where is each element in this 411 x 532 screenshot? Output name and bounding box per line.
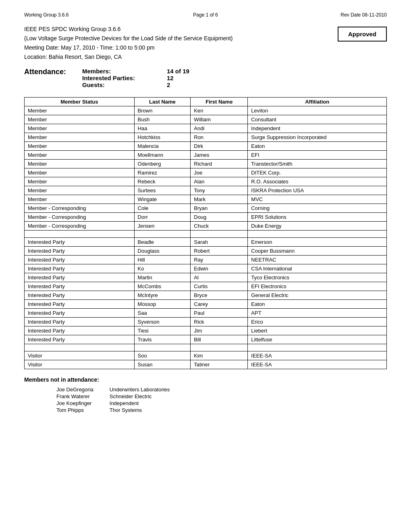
absent-name: Joe Koepfinger: [56, 400, 110, 407]
table-cell: Interested Party: [25, 291, 135, 300]
table-cell: APT: [248, 309, 387, 318]
absent-name: Tom Phipps: [56, 407, 110, 414]
doc-title-line2: (Low Voltage Surge Protective Devices fo…: [24, 34, 387, 43]
table-cell: Member: [25, 133, 135, 142]
table-row: Interested PartyTiesiJimLiebert: [25, 326, 387, 335]
absent-row: Tom PhippsThor Systems: [56, 407, 186, 414]
table-cell: Chuck: [191, 222, 248, 231]
table-cell: [25, 231, 135, 238]
table-cell: Leviton: [248, 106, 387, 115]
approved-box: Approved: [338, 27, 387, 42]
table-row: Interested PartyMartinAlTyco Electronics: [25, 273, 387, 282]
table-cell: Emerson: [248, 238, 387, 247]
table-cell: [248, 231, 387, 238]
table-cell: Visitor: [25, 351, 135, 360]
table-cell: Eaton: [248, 300, 387, 309]
table-cell: McCombs: [134, 282, 191, 291]
table-cell: Travis: [134, 335, 191, 344]
table-row: Interested PartyHillRayNEETRAC: [25, 256, 387, 264]
table-cell: Member: [25, 177, 135, 186]
table-cell: Rick: [191, 318, 248, 326]
table-cell: IEEE-SA: [248, 351, 387, 360]
table-cell: EFI: [248, 151, 387, 160]
attendance-table: Member Status Last Name First Name Affil…: [24, 97, 387, 369]
guests-row: Guests: 2: [82, 81, 189, 88]
table-cell: Interested Party: [25, 264, 135, 273]
table-row: Interested PartyMossopCareyEaton: [25, 300, 387, 309]
table-cell: Independent: [248, 124, 387, 133]
attendance-section: Attendance: Members: 14 of 19 Interested…: [24, 68, 387, 88]
table-cell: Interested Party: [25, 300, 135, 309]
table-cell: Member: [25, 115, 135, 124]
table-cell: Moellmann: [134, 151, 191, 160]
members-label: Members:: [82, 68, 155, 75]
table-cell: Rebeck: [134, 177, 191, 186]
interested-count: 12: [167, 75, 174, 81]
table-cell: Joe: [191, 168, 248, 177]
table-cell: [248, 344, 387, 351]
table-cell: General Electric: [248, 291, 387, 300]
table-row: VisitorSusanTatinerIEEE-SA: [25, 360, 387, 369]
table-cell: Littelfuse: [248, 335, 387, 344]
table-cell: Susan: [134, 360, 191, 369]
table-row: MemberHotchkissRonSurge Suppression Inco…: [25, 133, 387, 142]
table-cell: Eaton: [248, 142, 387, 151]
table-cell: Ken: [191, 106, 248, 115]
table-cell: Haa: [134, 124, 191, 133]
table-row: Interested PartyDouglassRobertCooper Bus…: [25, 247, 387, 256]
table-cell: Sarah: [191, 238, 248, 247]
header-left: Working Group 3.6.6: [24, 12, 145, 18]
table-cell: Bush: [134, 115, 191, 124]
table-cell: Cooper Bussmann: [248, 247, 387, 256]
table-cell: James: [191, 151, 248, 160]
table-cell: Tyco Electronics: [248, 273, 387, 282]
table-cell: Martin: [134, 273, 191, 282]
table-cell: Saa: [134, 309, 191, 318]
table-cell: Ramirez: [134, 168, 191, 177]
table-row: VisitorSooKimIEEE-SA: [25, 351, 387, 360]
table-cell: Corning: [248, 204, 387, 213]
table-cell: Odenberg: [134, 160, 191, 168]
table-cell: Member: [25, 106, 135, 115]
interested-label: Interested Parties:: [82, 75, 155, 81]
header-right: Rev Date 08-11-2010: [266, 12, 387, 18]
col-header-firstname: First Name: [191, 98, 248, 106]
absent-row: Frank WatererSchneider Electric: [56, 393, 186, 400]
table-row: [25, 344, 387, 351]
table-cell: Surtees: [134, 186, 191, 195]
table-cell: McIntyre: [134, 291, 191, 300]
table-cell: EPRI Solutions: [248, 213, 387, 222]
table-cell: Interested Party: [25, 335, 135, 344]
table-cell: Dirk: [191, 142, 248, 151]
table-cell: Member: [25, 160, 135, 168]
table-cell: Visitor: [25, 360, 135, 369]
table-header-row: Member Status Last Name First Name Affil…: [25, 98, 387, 106]
absent-affiliation: Underwriters Laboratories: [110, 386, 186, 393]
table-cell: Member: [25, 151, 135, 160]
table-cell: Douglass: [134, 247, 191, 256]
table-cell: Member - Corresponding: [25, 204, 135, 213]
table-row: Interested PartyBeadleSarahEmerson: [25, 238, 387, 247]
table-cell: MVC: [248, 195, 387, 204]
table-cell: Andi: [191, 124, 248, 133]
table-row: MemberOdenbergRichardTranstector/Smith: [25, 160, 387, 168]
table-cell: Wingate: [134, 195, 191, 204]
table-row: Interested PartySaaPaulAPT: [25, 309, 387, 318]
table-cell: Member: [25, 195, 135, 204]
table-row: Interested PartyMcIntyreBryceGeneral Ele…: [25, 291, 387, 300]
table-cell: Syverson: [134, 318, 191, 326]
table-row: MemberMalenciaDirkEaton: [25, 142, 387, 151]
table-cell: Ray: [191, 256, 248, 264]
table-row: Interested PartyTravisBillLittelfuse: [25, 335, 387, 344]
table-cell: Transtector/Smith: [248, 160, 387, 168]
table-cell: Doug: [191, 213, 248, 222]
members-count: 14 of 19: [167, 68, 189, 75]
absent-name: Frank Waterer: [56, 393, 110, 400]
table-row: MemberRebeckAlanR.O. Associates: [25, 177, 387, 186]
absent-affiliation: Independent: [110, 400, 186, 407]
table-cell: Brown: [134, 106, 191, 115]
table-cell: [25, 344, 135, 351]
table-cell: Interested Party: [25, 318, 135, 326]
table-cell: Curtis: [191, 282, 248, 291]
table-cell: Dorr: [134, 213, 191, 222]
